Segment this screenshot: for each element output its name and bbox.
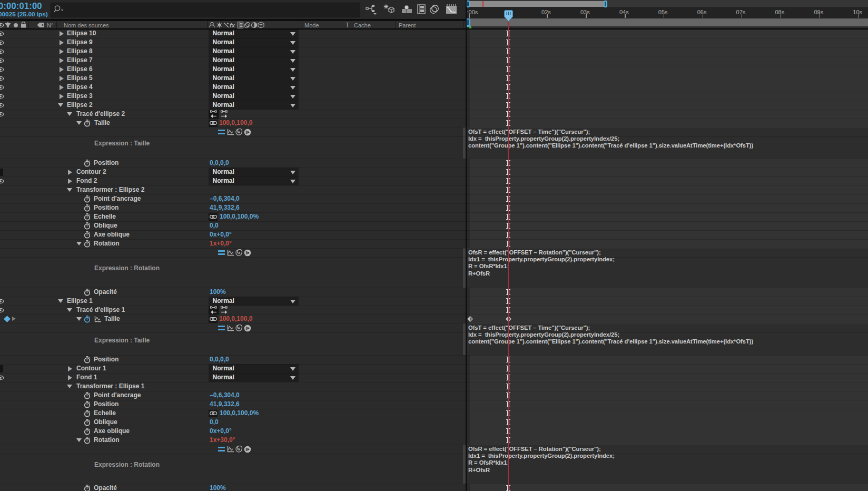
svg-text:fx: fx <box>230 22 235 28</box>
